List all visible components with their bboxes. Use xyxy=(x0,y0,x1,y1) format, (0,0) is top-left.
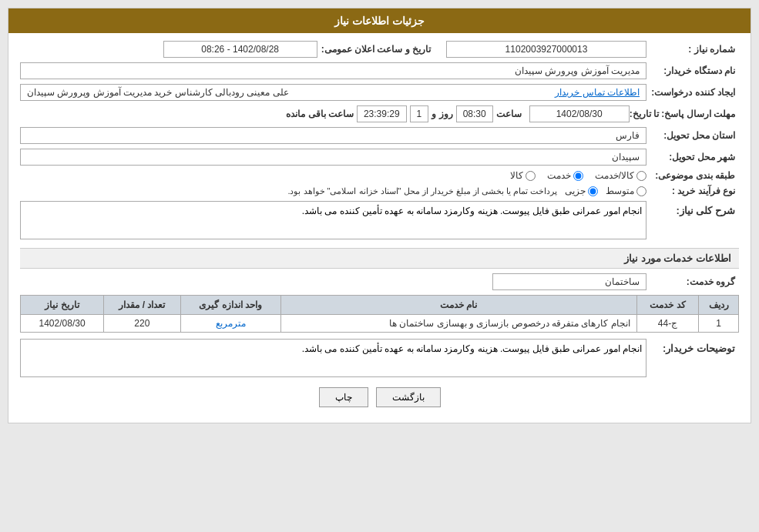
mohlat-rooz-label: روز و xyxy=(432,109,452,119)
cell-kod: ج-44 xyxy=(636,315,698,333)
cell-vahed: مترمربع xyxy=(180,315,280,333)
row-gorooh: گروه خدمت: ساختمان xyxy=(20,273,739,290)
noe-radio-group: متوسط جزیی xyxy=(565,186,646,196)
th-radif: ردیف xyxy=(699,296,739,315)
mohlat-saat-label: ساعت xyxy=(496,109,522,119)
desc-textarea[interactable] xyxy=(20,339,646,377)
th-vahed: واحد اندازه گیری xyxy=(180,296,280,315)
dastgah-value: مدیریت آموزش وپرورش سپیدان xyxy=(20,62,646,79)
sharh-textarea[interactable]: <span data-bind="fields.sharh_value"></s… xyxy=(20,201,646,239)
th-name: نام خدمت xyxy=(280,296,636,315)
gorooh-label: گروه خدمت: xyxy=(646,276,739,287)
tabaqe-radio-group: کالا/خدمت خدمت کالا xyxy=(20,170,646,181)
gorooh-value: ساختمان xyxy=(492,273,646,290)
row-shahr: شهر محل تحویل: سپیدان xyxy=(20,149,739,166)
cell-tarikh: 1402/08/30 xyxy=(21,315,104,333)
row-mohlat: مهلت ارسال پاسخ: تا تاریخ: 1402/08/30 سا… xyxy=(20,105,739,122)
page-header: جزئیات اطلاعات نیاز xyxy=(8,8,751,33)
mohlat-label: مهلت ارسال پاسخ: تا تاریخ: xyxy=(630,109,739,119)
th-tarikh: تاریخ نیاز xyxy=(21,296,104,315)
description-section: توضیحات خریدار: xyxy=(20,339,739,380)
radio-jozi[interactable]: جزیی xyxy=(565,186,598,196)
radio-kala-khadmat[interactable]: کالا/خدمت xyxy=(595,170,646,181)
shomara-value: 1102003927000013 xyxy=(446,41,646,58)
ijad-text: علی معینی رودبالی کارشناس خرید مدیریت آم… xyxy=(27,87,289,98)
radio-kala-khadmat-label: کالا/خدمت xyxy=(595,170,634,181)
main-container: جزئیات اطلاعات نیاز شماره نیاز : 1102003… xyxy=(8,8,751,423)
shahr-value: سپیدان xyxy=(20,149,646,166)
row-ostan: استان محل تحویل: فارس xyxy=(20,127,739,144)
shomara-label: شماره نیاز : xyxy=(646,44,739,55)
buttons-row: بازگشت چاپ xyxy=(20,387,739,407)
row-shomara: شماره نیاز : 1102003927000013 تاریخ و سا… xyxy=(20,41,739,58)
cell-radif: 1 xyxy=(699,315,739,333)
row-tabaqe: طبقه بندی موضوعی: کالا/خدمت خدمت کالا xyxy=(20,170,739,181)
tarikh-label: تاریخ و ساعت اعلان عمومی: xyxy=(321,44,431,55)
shahr-label: شهر محل تحویل: xyxy=(646,152,739,162)
dastgah-label: نام دستگاه خریدار: xyxy=(646,65,739,76)
cell-name: انجام کارهای متفرقه درخصوص بازسازی و بهس… xyxy=(280,315,636,333)
ostan-label: استان محل تحویل: xyxy=(646,130,739,141)
radio-khadmat-input[interactable] xyxy=(573,171,583,181)
tarikh-value: 1402/08/28 - 08:26 xyxy=(163,41,317,58)
row-noe-farayand: نوع فرآیند خرید : متوسط جزیی پرداخت تمام… xyxy=(20,186,739,196)
ijad-link[interactable]: اطلاعات تماس خریدار xyxy=(555,87,640,98)
mohlat-date: 1402/08/30 xyxy=(529,105,630,122)
th-kod: کد خدمت xyxy=(636,296,698,315)
desc-content xyxy=(20,339,646,380)
noe-farayand-text: پرداخت تمام یا بخشی از مبلغ خریدار از مح… xyxy=(20,186,557,196)
ostan-value: فارس xyxy=(20,127,646,144)
radio-motavaset[interactable]: متوسط xyxy=(606,186,646,196)
radio-khadmat[interactable]: خدمت xyxy=(547,170,583,181)
radio-kala-input[interactable] xyxy=(526,171,536,181)
mohlat-mande-label: ساعت باقی مانده xyxy=(286,109,354,119)
radio-khadmat-label: خدمت xyxy=(547,170,571,181)
radio-kala-label: کالا xyxy=(510,170,523,181)
radio-motavaset-input[interactable] xyxy=(636,186,646,196)
row-dastgah: نام دستگاه خریدار: مدیریت آموزش وپرورش س… xyxy=(20,62,739,79)
ijad-value: اطلاعات تماس خریدار علی معینی رودبالی کا… xyxy=(20,84,646,101)
noe-farayand-label: نوع فرآیند خرید : xyxy=(646,186,739,196)
radio-jozi-label: جزیی xyxy=(565,186,586,196)
khadamat-section-title: اطلاعات خدمات مورد نیاز xyxy=(20,248,739,269)
print-button[interactable]: چاپ xyxy=(319,387,368,407)
cell-tedad: 220 xyxy=(104,315,181,333)
table-row: 1 ج-44 انجام کارهای متفرقه درخصوص بازساز… xyxy=(21,315,739,333)
mohlat-saat: 08:30 xyxy=(456,105,493,122)
mohlat-rooz: 1 xyxy=(410,105,429,122)
content-area: شماره نیاز : 1102003927000013 تاریخ و سا… xyxy=(8,33,751,423)
sharh-section: شرح کلی نیاز: <span data-bind="fields.sh… xyxy=(20,201,739,242)
back-button[interactable]: بازگشت xyxy=(376,387,441,407)
row-ijad: ایجاد کننده درخواست: اطلاعات تماس خریدار… xyxy=(20,84,739,101)
th-tedad: تعداد / مقدار xyxy=(104,296,181,315)
radio-jozi-input[interactable] xyxy=(588,186,598,196)
desc-label: توضیحات خریدار: xyxy=(646,339,739,354)
ijad-label: ایجاد کننده درخواست: xyxy=(646,87,739,98)
services-table: ردیف کد خدمت نام خدمت واحد اندازه گیری ت… xyxy=(20,295,739,333)
tabaqe-label: طبقه بندی موضوعی: xyxy=(646,170,739,181)
page-wrapper: جزئیات اطلاعات نیاز شماره نیاز : 1102003… xyxy=(0,0,759,532)
sharh-content: <span data-bind="fields.sharh_value"></s… xyxy=(20,201,646,242)
sharh-label: شرح کلی نیاز: xyxy=(646,201,739,216)
radio-kala-khadmat-input[interactable] xyxy=(636,171,646,181)
page-title: جزئیات اطلاعات نیاز xyxy=(334,15,425,27)
radio-kala[interactable]: کالا xyxy=(510,170,536,181)
mohlat-mande: 23:39:29 xyxy=(357,105,407,122)
radio-motavaset-label: متوسط xyxy=(606,186,634,196)
